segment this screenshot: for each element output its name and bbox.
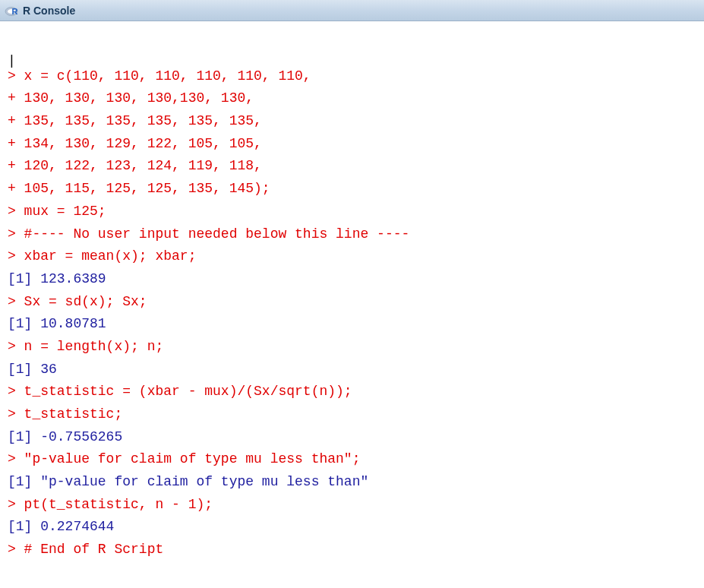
- console-output-line: [1] 36: [8, 359, 696, 381]
- console-input-line: + 135, 135, 135, 135, 135, 135,: [8, 110, 696, 133]
- console-input-line: + 134, 130, 129, 122, 105, 105,: [8, 133, 696, 156]
- window-title: R Console: [23, 5, 75, 17]
- console-input-line: > pt(t_statistic, n - 1);: [8, 494, 696, 517]
- console-output-area[interactable]: |> x = c(110, 110, 110, 110, 110, 110,+ …: [0, 21, 704, 567]
- console-output-line: [1] -0.7556265: [8, 426, 696, 449]
- console-input-line: + 105, 115, 125, 125, 135, 145);: [8, 178, 696, 201]
- console-input-line: + 130, 130, 130, 130,130, 130,: [8, 87, 696, 110]
- svg-text:R: R: [12, 7, 18, 16]
- console-input-line: > t_statistic;: [8, 403, 696, 426]
- console-output-line: [1] 0.2274644: [8, 516, 696, 539]
- console-input-line: > t_statistic = (xbar - mux)/(Sx/sqrt(n)…: [8, 381, 696, 403]
- console-output-line: [1] "p-value for claim of type mu less t…: [8, 471, 696, 494]
- r-logo-icon: R: [5, 4, 18, 17]
- console-input-line: > xbar = mean(x); xbar;: [8, 245, 696, 268]
- console-input-line: > x = c(110, 110, 110, 110, 110, 110,: [8, 65, 696, 88]
- console-input-line: > # End of R Script: [8, 539, 696, 561]
- console-input-line: > "p-value for claim of type mu less tha…: [8, 448, 696, 471]
- console-output-line: [1] 10.80781: [8, 313, 696, 336]
- console-input-line: > mux = 125;: [8, 201, 696, 223]
- console-input-line: + 120, 122, 123, 124, 119, 118,: [8, 155, 696, 178]
- window-titlebar: R R Console: [0, 0, 704, 21]
- console-cursor: |: [8, 50, 696, 65]
- console-input-line: > n = length(x); n;: [8, 336, 696, 359]
- console-input-line: > Sx = sd(x); Sx;: [8, 291, 696, 314]
- console-input-line: > #---- No user input needed below this …: [8, 223, 696, 246]
- console-output-line: [1] 123.6389: [8, 268, 696, 291]
